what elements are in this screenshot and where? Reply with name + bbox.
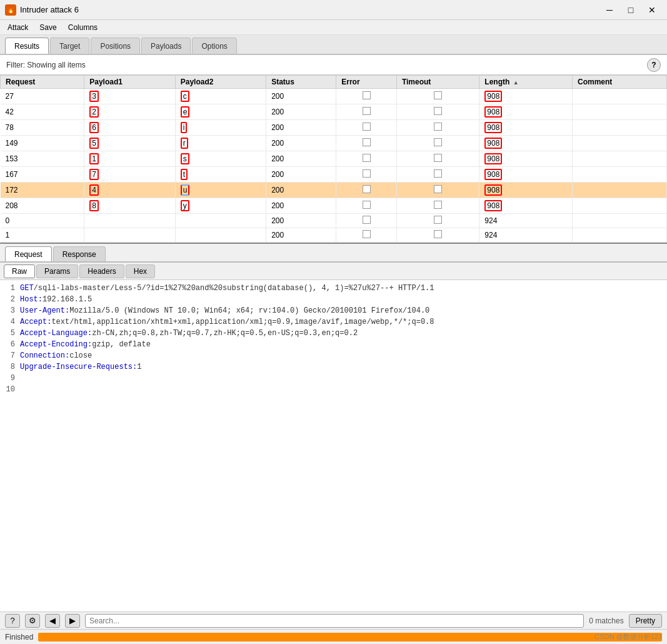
cell-length: 908: [479, 120, 573, 136]
subtab-hex[interactable]: Hex: [126, 264, 155, 278]
cell-comment: [572, 228, 666, 243]
table-row[interactable]: 208 8 y 200 908: [1, 198, 667, 214]
menu-columns[interactable]: Columns: [63, 22, 103, 33]
cell-length: 924: [479, 228, 573, 243]
title-bar-left: 🔥 Intruder attack 6: [5, 4, 79, 16]
subtab-params[interactable]: Params: [36, 264, 78, 278]
tab-payloads[interactable]: Payloads: [141, 38, 191, 54]
table-row[interactable]: 0 200 924: [1, 214, 667, 228]
cell-status: 200: [266, 214, 336, 228]
cell-request: 208: [1, 198, 84, 214]
sub-tab-bar: Raw Params Headers Hex: [0, 263, 667, 280]
line-num-3: 3: [5, 305, 15, 316]
cell-request: 149: [1, 136, 84, 151]
tab-results[interactable]: Results: [5, 38, 49, 54]
table-row[interactable]: 1 200 924: [1, 228, 667, 243]
results-table-container[interactable]: Request Payload1 Payload2 Status Error T…: [0, 75, 667, 244]
tab-target[interactable]: Target: [50, 38, 89, 54]
cell-timeout: [396, 214, 479, 228]
req-upgrade-label: Upgrade-Insecure-Requests:: [20, 361, 137, 373]
back-button[interactable]: ◀: [45, 614, 60, 628]
col-timeout[interactable]: Timeout: [396, 76, 479, 89]
finished-bar: Finished CSDN @数据分析123: [0, 629, 667, 644]
subtab-raw[interactable]: Raw: [4, 264, 35, 278]
cell-payload1: 6: [84, 120, 175, 136]
cell-length: 908: [479, 183, 573, 198]
req-res-tab-bar: Request Response: [0, 244, 667, 263]
req-host-value: 192.168.1.5: [43, 294, 92, 305]
table-row[interactable]: 27 3 c 200 908: [1, 89, 667, 104]
table-row[interactable]: 42 2 e 200 908: [1, 104, 667, 120]
table-row[interactable]: 78 6 i 200 908: [1, 120, 667, 136]
cell-comment: [572, 89, 666, 104]
subtab-headers[interactable]: Headers: [79, 264, 124, 278]
cell-payload2: s: [175, 151, 266, 167]
col-status[interactable]: Status: [266, 76, 336, 89]
cell-comment: [572, 136, 666, 151]
menu-attack[interactable]: Attack: [3, 22, 33, 33]
main-tab-bar: Results Target Positions Payloads Option…: [0, 35, 667, 55]
request-line-1: 1 GET /sqli-labs-master/Less-5/?id=1%27%…: [5, 283, 662, 294]
cell-error: [336, 198, 397, 214]
request-line-7: 7 Connection: close: [5, 350, 662, 361]
cell-request: 167: [1, 167, 84, 183]
req-host-label: Host:: [20, 294, 43, 305]
col-payload1[interactable]: Payload1: [84, 76, 175, 89]
filter-help-button[interactable]: ?: [647, 58, 661, 72]
minimize-button[interactable]: ─: [599, 2, 619, 18]
cell-payload2: e: [175, 104, 266, 120]
cell-comment: [572, 198, 666, 214]
col-request[interactable]: Request: [1, 76, 84, 89]
table-row[interactable]: 172 4 u 200 908: [1, 183, 667, 198]
cell-error: [336, 167, 397, 183]
col-payload2[interactable]: Payload2: [175, 76, 266, 89]
cell-length: 924: [479, 214, 573, 228]
cell-timeout: [396, 120, 479, 136]
cell-payload1: 4: [84, 183, 175, 198]
app-icon: 🔥: [5, 4, 16, 16]
cell-payload1: 2: [84, 104, 175, 120]
tab-positions[interactable]: Positions: [91, 38, 140, 54]
cell-payload2: u: [175, 183, 266, 198]
table-row[interactable]: 149 5 r 200 908: [1, 136, 667, 151]
col-error[interactable]: Error: [336, 76, 397, 89]
col-comment[interactable]: Comment: [572, 76, 666, 89]
table-row[interactable]: 167 7 t 200 908: [1, 167, 667, 183]
table-header-row: Request Payload1 Payload2 Status Error T…: [1, 76, 667, 89]
main-container: Results Target Positions Payloads Option…: [0, 35, 667, 644]
req-ua-label: User-Agent:: [20, 305, 69, 316]
tab-request[interactable]: Request: [5, 246, 52, 261]
line-num-1: 1: [5, 283, 15, 294]
req-method: GET: [20, 283, 34, 294]
cell-length: 908: [479, 136, 573, 151]
cell-payload2: [175, 214, 266, 228]
cell-status: 200: [266, 151, 336, 167]
pretty-button[interactable]: Pretty: [629, 614, 662, 628]
cell-comment: [572, 214, 666, 228]
cell-payload1: 5: [84, 136, 175, 151]
cell-error: [336, 228, 397, 243]
cell-status: 200: [266, 136, 336, 151]
tab-response[interactable]: Response: [53, 246, 106, 261]
cell-error: [336, 104, 397, 120]
forward-button[interactable]: ▶: [65, 614, 80, 628]
cell-comment: [572, 151, 666, 167]
tab-options[interactable]: Options: [192, 38, 236, 54]
table-row[interactable]: 153 1 s 200 908: [1, 151, 667, 167]
help-circle-button[interactable]: ?: [5, 614, 20, 628]
request-line-5: 5 Accept-Language: zh-CN,zh;q=0.8,zh-TW;…: [5, 328, 662, 339]
title-bar: 🔥 Intruder attack 6 ─ □ ✕: [0, 0, 667, 20]
line-num-5: 5: [5, 328, 15, 339]
cell-request: 78: [1, 120, 84, 136]
cell-comment: [572, 183, 666, 198]
search-input[interactable]: [85, 614, 584, 628]
window-title: Intruder attack 6: [20, 5, 79, 14]
cell-length: 908: [479, 167, 573, 183]
maximize-button[interactable]: □: [621, 2, 641, 18]
col-length[interactable]: Length ▲: [479, 76, 573, 89]
close-button[interactable]: ✕: [642, 2, 662, 18]
cell-request: 172: [1, 183, 84, 198]
settings-button[interactable]: ⚙: [25, 614, 40, 628]
menu-save[interactable]: Save: [34, 22, 61, 33]
filter-text: Filter: Showing all items: [6, 61, 86, 69]
